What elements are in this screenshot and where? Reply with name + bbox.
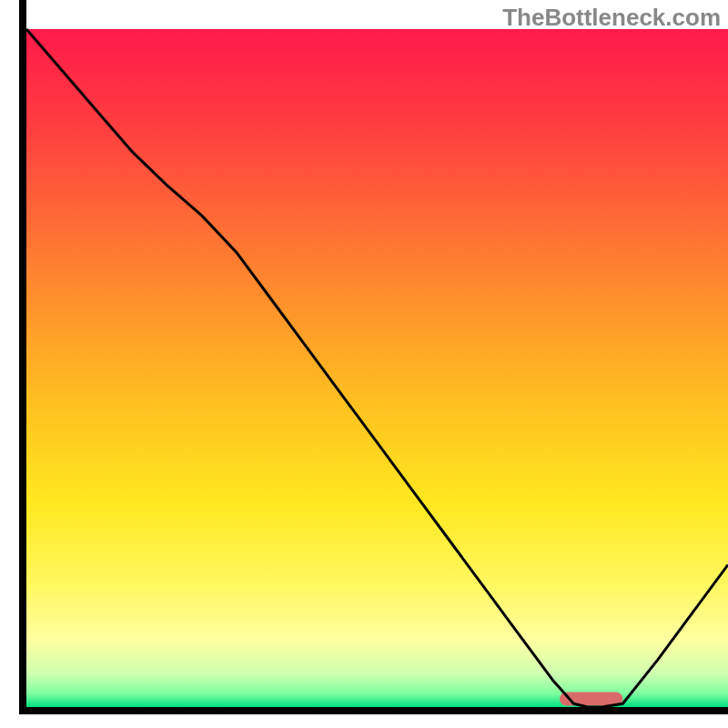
bottleneck-chart — [0, 0, 728, 728]
y-axis — [19, 0, 26, 714]
gradient-background — [26, 29, 728, 707]
watermark-text: TheBottleneck.com — [502, 4, 721, 32]
chart-container: TheBottleneck.com — [0, 0, 728, 728]
x-axis — [19, 707, 728, 714]
